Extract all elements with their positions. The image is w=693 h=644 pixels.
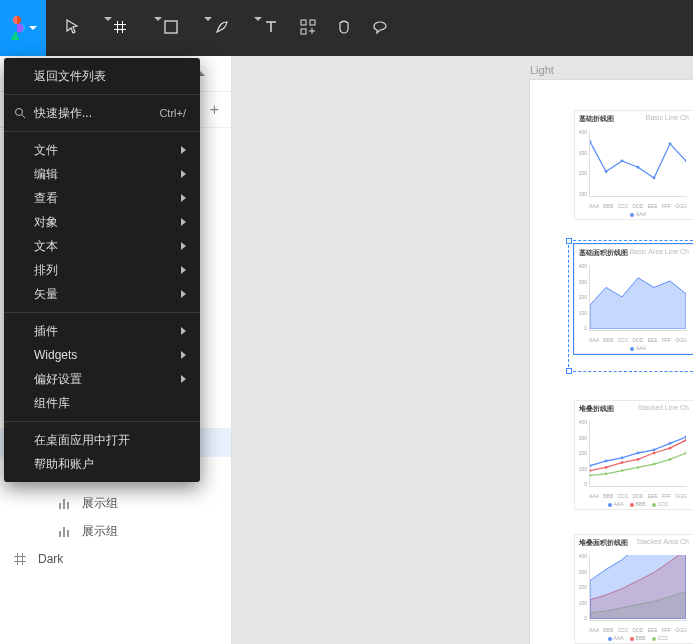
layer-item[interactable]: 展示组 [0,517,231,545]
tool-move-caret[interactable] [100,21,114,35]
submenu-arrow-icon [181,146,186,154]
submenu-arrow-icon [181,266,186,274]
tool-shape[interactable] [164,20,200,37]
chart-y-ticks: 4003002001000 [577,553,587,621]
tool-pen-caret[interactable] [250,21,264,35]
svg-point-23 [653,452,656,455]
menu-label: 组件库 [34,395,70,412]
menu-label: 快速操作... [34,105,92,122]
chevron-down-icon [204,17,212,35]
menu-label: 插件 [34,323,58,340]
menu-label: 对象 [34,214,58,231]
chart-y-ticks: 4003002001000 [577,419,587,487]
chart-x-ticks: AAABBBCCCDDDEEEFFFGGG [589,203,687,209]
frame-icon [114,21,126,33]
menu-shortcut: Ctrl+/ [159,107,186,119]
chart-legend: AAA [589,211,687,217]
menu-item[interactable]: 查看 [4,186,200,210]
tool-resources[interactable] [300,19,336,38]
layer-label: 展示组 [82,523,118,540]
frame-icon [12,551,28,567]
tool-hand[interactable] [336,19,372,38]
figma-logo-icon [9,16,25,40]
svg-point-21 [621,461,624,464]
menu-item[interactable]: Widgets [4,343,200,367]
main-menu-dropdown: 返回文件列表 快速操作... Ctrl+/ 文件编辑查看对象文本排列矢量 插件W… [4,58,200,482]
submenu-arrow-icon [181,218,186,226]
chart-x-ticks: AAABBBCCCDDDEEEFFFGGG [589,627,687,633]
menu-label: 文件 [34,142,58,159]
svg-rect-4 [301,29,306,34]
menu-item[interactable]: 矢量 [4,282,200,306]
submenu-arrow-icon [181,351,186,359]
submenu-arrow-icon [181,375,186,383]
menu-item[interactable]: 文件 [4,138,200,162]
chart-thumbnail[interactable]: 堆叠折线图Stacked Line Ch4003002001000AAABBBC… [574,400,693,510]
selection-handle[interactable] [566,238,572,244]
chart-plot [589,421,687,487]
figma-menu-button[interactable] [0,0,46,56]
menu-label: 帮助和账户 [34,456,94,473]
submenu-arrow-icon [181,327,186,335]
chart-legend: AAABBBCCC [589,635,687,641]
svg-point-14 [621,456,624,459]
svg-point-9 [653,177,656,180]
submenu-arrow-icon [181,242,186,250]
chart-title: 堆叠折线图Stacked Line Ch [575,401,693,417]
chart-y-ticks: 400300200100 [577,129,587,197]
tool-comment[interactable] [372,19,408,38]
menu-item[interactable]: 排列 [4,258,200,282]
menu-item[interactable]: 帮助和账户 [4,452,200,476]
menu-label: 在桌面应用中打开 [34,432,130,449]
cursor-icon [64,19,80,35]
menu-label: 编辑 [34,166,58,183]
chart-x-ticks: AAABBBCCCDDDEEEFFFGGG [589,493,687,499]
menu-quick-actions[interactable]: 快速操作... Ctrl+/ [4,101,200,125]
menu-label: 文本 [34,238,58,255]
svg-point-28 [621,469,624,472]
menu-label: 查看 [34,190,58,207]
tool-frame[interactable] [114,21,150,36]
resources-icon [300,19,316,35]
frame-name-label[interactable]: Light [530,64,554,76]
layer-label: Dark [38,552,63,566]
tool-pen[interactable] [214,19,250,38]
canvas[interactable]: Light 基础折线图Basic Line Ch400300200100AAAB… [232,56,693,644]
svg-point-26 [590,474,591,477]
tool-shape-caret[interactable] [200,21,214,35]
pen-icon [214,19,230,35]
submenu-arrow-icon [181,290,186,298]
menu-item[interactable]: 编辑 [4,162,200,186]
chevron-down-icon [254,17,262,35]
menu-item[interactable]: 插件 [4,319,200,343]
chevron-down-icon [29,26,37,30]
menu-item[interactable]: 在桌面应用中打开 [4,428,200,452]
menu-back[interactable]: 返回文件列表 [4,64,200,88]
rectangle-icon [164,20,178,34]
menu-label: 偏好设置 [34,371,82,388]
menu-item[interactable]: 偏好设置 [4,367,200,391]
menu-item[interactable]: 文本 [4,234,200,258]
svg-rect-3 [310,20,315,25]
chart-plot [589,131,687,197]
layer-item-dark[interactable]: Dark [0,545,231,573]
menu-item[interactable]: 组件库 [4,391,200,415]
chart-thumbnail[interactable]: 堆叠面积折线图Stacked Area Ch4003002001000AAABB… [574,534,693,644]
tool-text[interactable] [264,20,300,37]
svg-point-7 [621,159,624,162]
svg-point-13 [605,460,608,463]
chart-thumbnail[interactable]: 基础折线图Basic Line Ch400300200100AAABBBCCCD… [574,110,693,220]
hand-icon [336,19,352,35]
svg-point-17 [669,442,672,445]
menu-label: Widgets [34,348,77,362]
selection-handle[interactable] [566,368,572,374]
menu-label: 矢量 [34,286,58,303]
add-page-button[interactable]: + [210,101,219,119]
svg-rect-2 [301,20,306,25]
svg-point-8 [637,166,640,169]
tool-frame-caret[interactable] [150,21,164,35]
menu-item[interactable]: 对象 [4,210,200,234]
tool-move[interactable] [64,19,100,38]
chart-legend: AAABBBCCC [589,501,687,507]
layer-item[interactable]: 展示组 [0,489,231,517]
